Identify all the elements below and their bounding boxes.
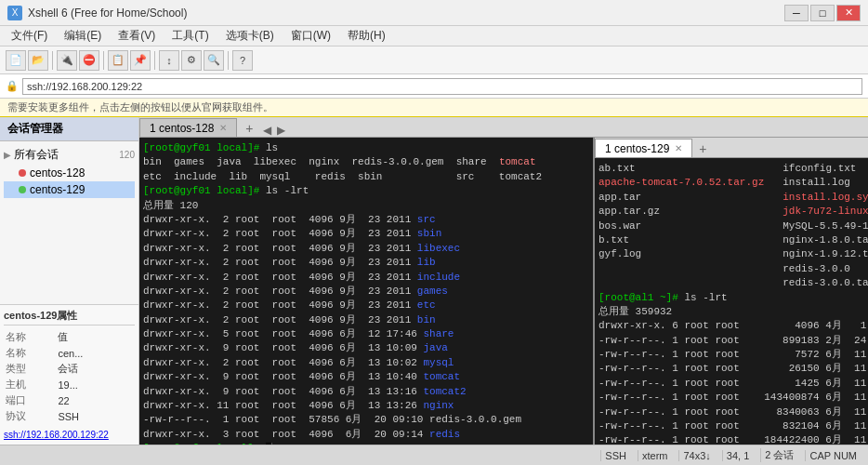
toolbar-new-btn[interactable]: 📄 (6, 50, 26, 71)
prop-col-name-header: 名称 (4, 329, 56, 345)
terminal-line: drwxr-xr-x. 11 root root 4096 6月 13 13:2… (143, 399, 589, 413)
terminal-line: 总用量 359932 (598, 305, 868, 319)
minimize-button[interactable]: ─ (784, 5, 809, 21)
session-status-129 (19, 186, 26, 193)
tree-root-label: 所有会话 (14, 147, 59, 163)
terminal-line: -rw-r--r--. 1 root root 143400874 6月 11 … (598, 391, 868, 405)
menu-file[interactable]: 文件(F) (4, 26, 55, 46)
prop-row-type: 类型 会话 (4, 361, 135, 377)
menu-edit[interactable]: 编辑(E) (57, 26, 109, 46)
app-icon: X (7, 6, 22, 20)
toolbar: 📄 📂 🔌 ⛔ 📋 📌 ↕ ⚙ 🔍 ? (0, 46, 868, 74)
prop-row-header: 名称 值 (4, 329, 135, 345)
close-button[interactable]: ✕ (836, 5, 861, 21)
tab-add-right[interactable]: + (694, 140, 711, 157)
menu-window[interactable]: 窗口(W) (283, 26, 338, 46)
session-status-128 (19, 169, 26, 177)
prop-value-protocol: SSH (56, 408, 135, 424)
session-manager-title: 会话管理器 (7, 122, 63, 135)
prop-label-name: 名称 (4, 345, 56, 361)
menu-help[interactable]: 帮助(H) (340, 26, 393, 46)
prop-label-protocol: 协议 (4, 408, 56, 424)
terminal-line: [root@gyf01 local]# ls (143, 141, 589, 155)
ls-col1: ab.txt apache-tomcat-7.0.52.tar.gz app.t… (598, 162, 764, 291)
terminal-line: -rw-r--r--. 1 root root 1425 6月 11 01:01… (598, 377, 868, 391)
status-caps: CAP NUM (805, 450, 861, 461)
status-ssh: SSH (600, 450, 630, 461)
left-panel: 会话管理器 ▶ 所有会话 120 centos-128 centos-129 c… (0, 117, 139, 445)
status-xterm: xterm (638, 450, 672, 461)
session-manager-header: 会话管理器 (0, 117, 138, 141)
terminal-line: bin games java libexec nginx redis-3.0.0… (143, 155, 589, 169)
menu-view[interactable]: 查看(V) (111, 26, 163, 46)
status-right: SSH xterm 74x3↓ 34, 1 2 会话 CAP NUM (600, 448, 861, 462)
addr-prefix: 🔒 (6, 80, 19, 92)
address-input[interactable] (22, 78, 862, 95)
tab-add-left[interactable]: + (241, 120, 257, 137)
prop-value-name: cen... (56, 345, 135, 361)
toolbar-disconnect-btn[interactable]: ⛔ (79, 50, 99, 71)
terminal-line: -rw-r--r--. 1 root root 57856 6月 20 09:1… (143, 413, 589, 427)
terminal-line: drwxr-xr-x. 9 root root 4096 6月 13 13:16… (143, 385, 589, 399)
prop-row-port: 端口 22 (4, 392, 135, 408)
toolbar-sep3 (154, 51, 155, 70)
maximize-button[interactable]: □ (810, 5, 835, 21)
prop-col-value-header: 值 (56, 329, 135, 345)
toolbar-sep2 (103, 51, 104, 70)
session-tree: ▶ 所有会话 120 centos-128 centos-129 (0, 141, 138, 304)
tab-centos128-close[interactable]: ✕ (219, 123, 227, 133)
ip-link[interactable]: ssh://192.168.200.129:22 (4, 430, 109, 440)
right-terminal-container: 1 centos-129 ✕ + ab.txt apache-tomcat-7.… (595, 138, 868, 445)
terminal-right[interactable]: ab.txt apache-tomcat-7.0.52.tar.gz app.t… (595, 158, 868, 445)
terminal-line: drwxr-xr-x. 2 root root 4096 9月 23 2011 … (143, 213, 589, 227)
toolbar-help-btn[interactable]: ? (232, 50, 253, 71)
title-bar: X Xshell 6 (Free for Home/School) ─ □ ✕ (0, 0, 868, 26)
toolbar-open-btn[interactable]: 📂 (28, 50, 48, 71)
menu-tabs[interactable]: 选项卡(B) (218, 26, 282, 46)
session-item-centos128[interactable]: centos-128 (4, 165, 135, 181)
content-area: 1 centos-128 ✕ + ◀ ▶ [root@gyf01 local]#… (139, 117, 868, 445)
terminal-line: drwxr-xr-x. 2 root root 4096 9月 23 2011 … (143, 299, 589, 312)
tab-centos129[interactable]: 1 centos-129 ✕ (595, 139, 692, 157)
address-bar: 🔒 (0, 74, 868, 99)
session-count: 120 (119, 150, 135, 160)
toolbar-search-btn[interactable]: 🔍 (204, 50, 224, 71)
terminal-line: drwxr-xr-x. 3 root root 4096 6月 20 09:14… (143, 428, 589, 442)
terminal-line: drwxr-xr-x. 6 root root 4096 4月 1 2015 r… (598, 319, 868, 333)
terminal-line: -rw-r--r--. 1 root root 26150 6月 11 01:0… (598, 362, 868, 376)
terminal-line: drwxr-xr-x. 2 root root 4096 9月 23 2011 … (143, 242, 589, 256)
terminal-line: etc include lib mysql redis sbin src tom… (143, 170, 589, 184)
session-item-centos129[interactable]: centos-129 (4, 181, 135, 198)
terminal-line: -rw-r--r--. 1 root root 8340063 6月 11 20… (598, 405, 868, 419)
prop-label-host: 主机 (4, 377, 56, 392)
terminal-line: -rw-r--r--. 1 root root 7572 6月 11 00:59… (598, 348, 868, 362)
toolbar-copy-btn[interactable]: 📋 (108, 50, 128, 71)
toolbar-connect-btn[interactable]: 🔌 (57, 50, 77, 71)
notification-text: 需要安装更多组件，点击左侧的按钮以便从官网获取组件。 (7, 100, 273, 114)
main-area: 会话管理器 ▶ 所有会话 120 centos-128 centos-129 c… (0, 117, 868, 445)
terminal-line: [root@al1 ~]# ls -lrt (598, 291, 868, 305)
session-label-128: centos-128 (30, 166, 85, 179)
terminal-line: -rw-r--r--. 1 root root 899183 2月 24 201… (598, 334, 868, 348)
terminal-line: drwxr-xr-x. 5 root root 4096 6月 12 17:46… (143, 327, 589, 341)
tab-centos128[interactable]: 1 centos-128 ✕ (139, 118, 237, 137)
left-tabs-row: 1 centos-128 ✕ + ◀ ▶ (139, 117, 868, 138)
toolbar-settings-btn[interactable]: ⚙ (181, 50, 202, 71)
prop-row-protocol: 协议 SSH (4, 408, 135, 424)
terminal-line: 总用量 120 (143, 199, 589, 213)
tab-centos128-label: 1 centos-128 (150, 122, 214, 135)
tab-nav-prev[interactable]: ◀ (261, 124, 273, 137)
prop-label-type: 类型 (4, 361, 56, 377)
toolbar-sep1 (52, 51, 53, 70)
menu-tools[interactable]: 工具(T) (164, 26, 216, 46)
prop-label-port: 端口 (4, 392, 56, 408)
toolbar-paste-btn[interactable]: 📌 (130, 50, 151, 71)
tree-root-all[interactable]: ▶ 所有会话 120 (4, 145, 135, 165)
terminal-line: drwxr-xr-x. 2 root root 4096 9月 23 2011 … (143, 256, 589, 270)
session-label-129: centos-129 (30, 183, 85, 196)
ls-col2: ifconfig.txt install.log install.log.sys… (783, 162, 868, 291)
terminal-left[interactable]: [root@gyf01 local]# ls bin games java li… (139, 138, 595, 445)
tab-nav-next[interactable]: ▶ (275, 124, 287, 137)
toolbar-sftp-btn[interactable]: ↕ (159, 50, 179, 71)
tab-centos129-close[interactable]: ✕ (675, 143, 682, 153)
